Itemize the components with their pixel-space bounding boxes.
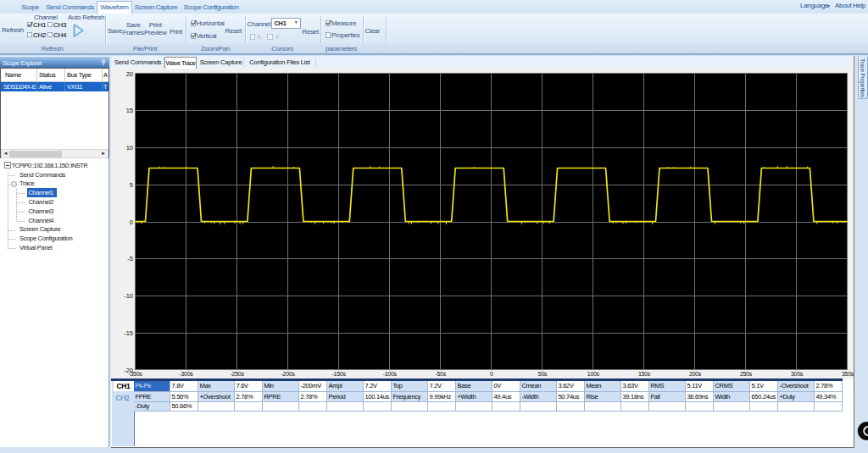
svg-text:350s: 350s (842, 371, 854, 377)
svg-text:-10: -10 (124, 292, 133, 300)
svg-text:-350s: -350s (128, 371, 142, 377)
svg-text:250s: 250s (740, 371, 753, 377)
svg-text:20: 20 (126, 70, 133, 78)
svg-text:-150s: -150s (332, 371, 347, 377)
svg-text:-50s: -50s (435, 371, 446, 377)
svg-text:50s: 50s (538, 371, 548, 377)
svg-text:200s: 200s (689, 371, 702, 377)
svg-text:100s: 100s (587, 371, 600, 377)
svg-text:-15: -15 (124, 329, 133, 337)
svg-text:-250s: -250s (231, 371, 245, 377)
svg-text:-200s: -200s (281, 371, 296, 377)
svg-text:15: 15 (126, 107, 133, 114)
svg-text:5: 5 (130, 181, 133, 189)
svg-text:-5: -5 (127, 255, 133, 262)
svg-text:0: 0 (490, 371, 493, 377)
svg-text:0: 0 (130, 218, 133, 226)
svg-text:10: 10 (126, 144, 133, 152)
svg-text:-100s: -100s (383, 371, 398, 377)
svg-text:-300s: -300s (179, 371, 193, 377)
svg-text:150s: 150s (638, 371, 651, 377)
svg-text:300s: 300s (791, 371, 804, 377)
